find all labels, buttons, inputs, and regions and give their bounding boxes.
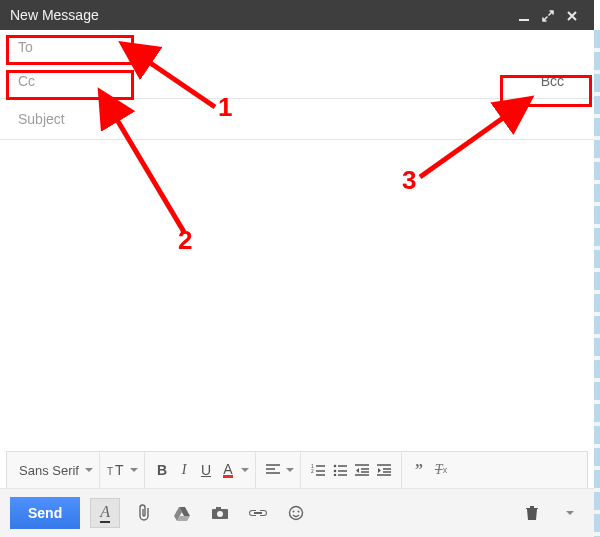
cc-field[interactable] <box>16 72 527 90</box>
discard-draft-button[interactable] <box>518 499 546 527</box>
svg-point-11 <box>290 507 303 520</box>
body-textarea[interactable] <box>0 172 594 447</box>
font-size-button[interactable]: TT <box>106 459 128 481</box>
remove-formatting-button[interactable]: Tx <box>430 459 452 481</box>
more-options-button[interactable] <box>556 499 584 527</box>
compose-window: New Message Bcc Sans Serif <box>0 0 600 537</box>
svg-rect-9 <box>216 507 221 510</box>
insert-emoji-button[interactable] <box>282 499 310 527</box>
align-button[interactable] <box>262 459 284 481</box>
emoji-icon <box>288 505 304 521</box>
svg-text:T: T <box>107 466 113 477</box>
quote-button[interactable]: ” <box>408 459 430 481</box>
subject-field[interactable] <box>16 110 578 128</box>
camera-icon <box>211 506 229 520</box>
formatting-toggle-button[interactable]: A <box>90 498 120 528</box>
chevron-down-icon <box>286 468 294 472</box>
to-row <box>0 30 594 64</box>
italic-button[interactable]: I <box>173 459 195 481</box>
attach-file-button[interactable] <box>130 499 158 527</box>
link-icon <box>248 508 268 518</box>
insert-photo-button[interactable] <box>206 499 234 527</box>
svg-point-5 <box>334 465 337 468</box>
bcc-link[interactable]: Bcc <box>527 71 578 91</box>
close-button[interactable] <box>560 7 584 23</box>
insert-link-button[interactable] <box>244 499 272 527</box>
to-field[interactable] <box>16 38 578 56</box>
titlebar: New Message <box>0 0 594 30</box>
text-color-button[interactable]: A <box>217 459 239 481</box>
cc-row: Bcc <box>0 64 594 99</box>
chevron-down-icon <box>130 468 138 472</box>
drive-icon <box>173 505 191 521</box>
expand-button[interactable] <box>536 7 560 23</box>
window-title: New Message <box>10 7 99 23</box>
chevron-down-icon <box>241 468 249 472</box>
send-button[interactable]: Send <box>10 497 80 529</box>
chevron-down-icon <box>566 511 574 515</box>
format-toolbar: Sans Serif TT B I U A 1 <box>6 451 588 489</box>
svg-point-10 <box>217 511 223 517</box>
bold-button[interactable]: B <box>151 459 173 481</box>
svg-text:T: T <box>115 463 124 477</box>
insert-drive-button[interactable] <box>168 499 196 527</box>
svg-point-12 <box>293 511 295 513</box>
svg-text:2: 2 <box>311 468 314 474</box>
indent-more-button[interactable] <box>373 459 395 481</box>
indent-less-button[interactable] <box>351 459 373 481</box>
subject-row <box>0 99 594 140</box>
body-area <box>0 172 594 447</box>
underline-button[interactable]: U <box>195 459 217 481</box>
numbered-list-button[interactable]: 12 <box>307 459 329 481</box>
trash-icon <box>525 505 539 521</box>
chevron-down-icon <box>85 468 93 472</box>
header-fields: Bcc <box>0 30 594 140</box>
font-family-button[interactable]: Sans Serif <box>19 463 93 478</box>
bulleted-list-button[interactable] <box>329 459 351 481</box>
minimize-button[interactable] <box>512 7 536 23</box>
background-edge <box>594 30 600 537</box>
font-family-label: Sans Serif <box>19 463 79 478</box>
action-bar: Send A <box>0 488 594 537</box>
paperclip-icon <box>136 504 152 522</box>
svg-point-13 <box>298 511 300 513</box>
svg-point-6 <box>334 470 337 473</box>
svg-point-7 <box>334 474 337 476</box>
